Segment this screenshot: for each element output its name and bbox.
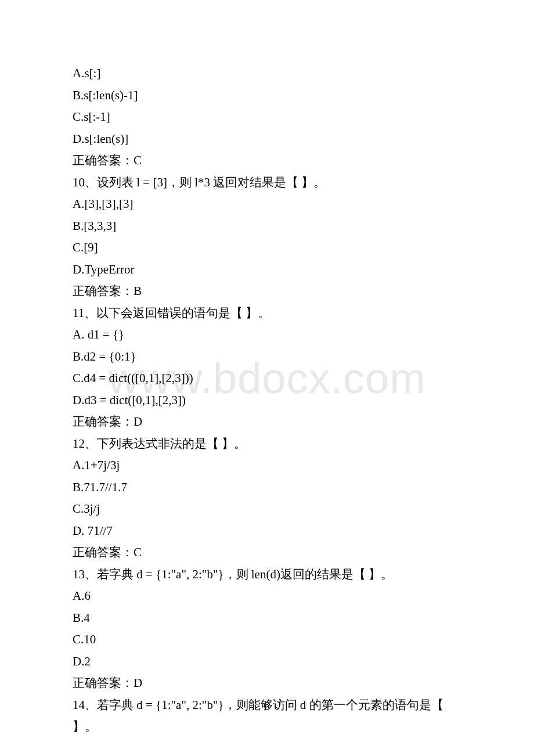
answer-line: 正确答案：C: [73, 150, 467, 172]
question-line: 11、以下会返回错误的语句是【 】。: [73, 303, 467, 325]
text-line: D.d3 = dict([0,1],[2,3]): [73, 390, 467, 412]
text-line: C.10: [73, 629, 467, 651]
text-line: B.d2 = {0:1}: [73, 346, 467, 368]
text-line: C.3j/j: [73, 498, 467, 520]
text-line: A.1+7j/3j: [73, 455, 467, 477]
text-line: C.d4 = dict(([0,1],[2,3])): [73, 368, 467, 390]
text-line: B.4: [73, 607, 467, 629]
text-line: A. d1 = {}: [73, 324, 467, 346]
answer-line: 正确答案：C: [73, 542, 467, 564]
question-line: 12、下列表达式非法的是【 】。: [73, 433, 467, 455]
text-line: B.71.7//1.7: [73, 477, 467, 499]
answer-line: 正确答案：B: [73, 280, 467, 303]
text-line: D.s[:len(s)]: [73, 128, 467, 150]
text-line: D. 71//7: [73, 520, 467, 542]
text-line: D.2: [73, 651, 467, 673]
text-line: A.[3],[3],[3]: [73, 193, 467, 215]
text-line: B.s[:len(s)-1]: [73, 85, 467, 107]
answer-line: 正确答案：D: [73, 411, 467, 433]
text-line: C.s[:-1]: [73, 106, 467, 128]
question-line: 14、若字典 d = {1:"a", 2:"b"}，则能够访问 d 的第一个元素…: [73, 694, 467, 738]
text-line: B.[3,3,3]: [73, 215, 467, 237]
text-line: A.s[:]: [73, 63, 467, 85]
question-line: 10、设列表 l = [3]，则 l*3 返回对结果是【 】。: [73, 172, 467, 194]
text-line: D.TypeError: [73, 259, 467, 281]
question-line: 13、若字典 d = {1:"a", 2:"b"}，则 len(d)返回的结果是…: [73, 564, 467, 586]
text-line: A.6: [73, 585, 467, 607]
text-line: C.[9]: [73, 237, 467, 259]
answer-line: 正确答案：D: [73, 672, 467, 694]
document-content: A.s[:] B.s[:len(s)-1] C.s[:-1] D.s[:len(…: [73, 63, 467, 738]
